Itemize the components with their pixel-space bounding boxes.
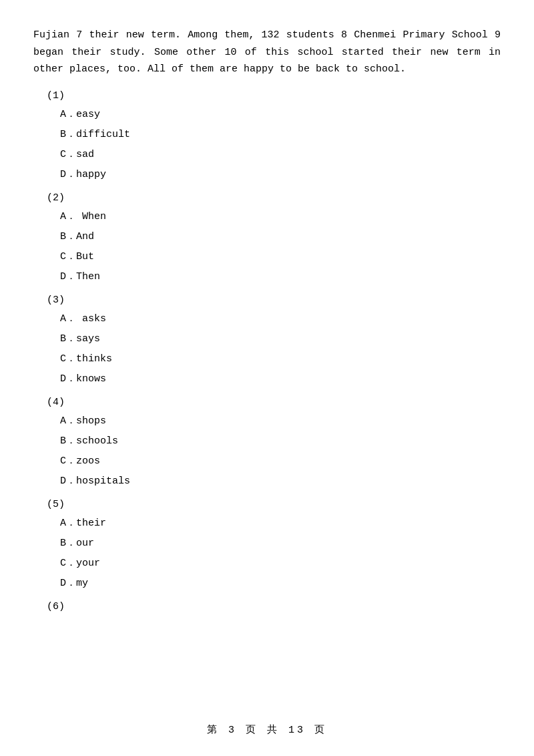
option-q1-1: A．easy bbox=[60, 107, 501, 123]
question-number-3: (3) bbox=[47, 295, 501, 306]
option-q2-1: A． When bbox=[60, 209, 501, 225]
question-number-1: (1) bbox=[47, 90, 501, 102]
option-q1-4: D．happy bbox=[60, 167, 501, 183]
option-q3-3: C．thinks bbox=[60, 351, 501, 367]
option-q5-1: A．their bbox=[60, 516, 501, 532]
question-number-2: (2) bbox=[47, 192, 501, 204]
option-q5-4: D．my bbox=[60, 576, 501, 592]
question-number-5: (5) bbox=[47, 499, 501, 510]
question-number-4: (4) bbox=[47, 397, 501, 408]
option-q5-2: B．our bbox=[60, 536, 501, 552]
option-q4-4: D．hospitals bbox=[60, 474, 501, 490]
option-q2-2: B．And bbox=[60, 229, 501, 245]
option-q4-1: A．shops bbox=[60, 413, 501, 429]
option-q1-2: B．difficult bbox=[60, 127, 501, 143]
option-q4-2: B．schools bbox=[60, 433, 501, 449]
question-number-6: (6) bbox=[47, 601, 501, 612]
option-q4-3: C．zoos bbox=[60, 453, 501, 469]
option-q3-4: D．knows bbox=[60, 371, 501, 387]
option-q2-3: C．But bbox=[60, 249, 501, 265]
option-q1-3: C．sad bbox=[60, 147, 501, 163]
option-q3-1: A． asks bbox=[60, 311, 501, 327]
option-q5-3: C．your bbox=[60, 556, 501, 572]
page-footer: 第 3 页 共 13 页 bbox=[0, 723, 534, 736]
option-q3-2: B．says bbox=[60, 331, 501, 347]
passage: Fujian 7 their new term. Among them, 132… bbox=[33, 27, 501, 78]
option-q2-4: D．Then bbox=[60, 269, 501, 285]
